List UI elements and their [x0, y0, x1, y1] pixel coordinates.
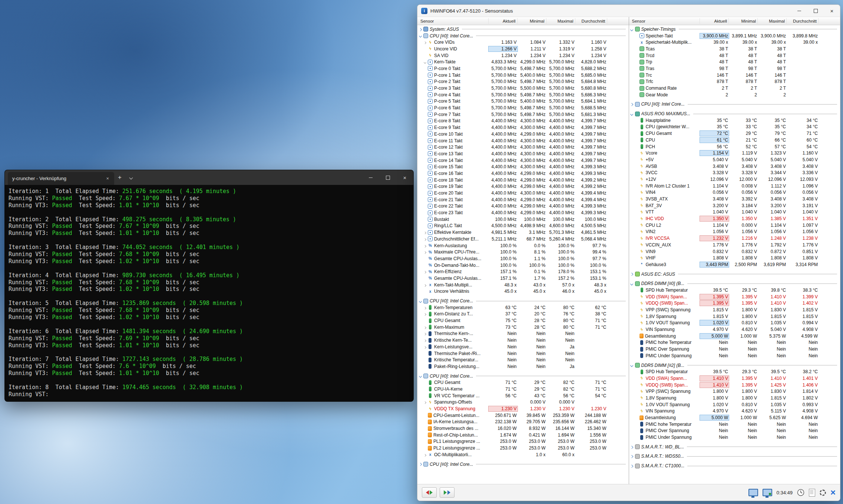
chevron-right-icon[interactable] [423, 238, 426, 241]
sensor-row[interactable]: ϟVPP (SWC) Spannung1.800 V1.800 V1.830 V… [629, 388, 840, 395]
sensor-row[interactable]: Kern-Takte4,833.3 MHz4,299.0 MHz5,700.0 … [417, 59, 629, 65]
sensor-section-row[interactable]: CPU [#0]: Intel Core... [629, 101, 840, 108]
sensor-row[interactable]: ϟ1,8V Spannung1.800 V1.800 V1.815 V1.802… [629, 395, 840, 401]
chevron-right-icon[interactable] [423, 307, 426, 309]
column-current[interactable]: Aktuell [489, 18, 518, 24]
column-sensor[interactable]: Sensor [417, 18, 489, 24]
chevron-down-icon[interactable] [630, 282, 634, 286]
sensor-row[interactable]: CPU61 °C21 °C66 °C60 °C [629, 137, 840, 143]
sensor-row[interactable]: E-core 21 Takt4,400.0 MHz4,299.0 MHz4,40… [417, 196, 629, 203]
sensor-row[interactable]: ϟVIN Spannung4.970 V4.620 V5.040 V4.908 … [629, 326, 840, 333]
sensor-row[interactable]: %Gesamte CPU-Auslas...157.1 %1.7 %157.2 … [417, 275, 629, 282]
sensor-row[interactable]: ϟVDDQ (SWB) Span...1.395 V1.395 V1.410 V… [629, 300, 840, 307]
sensor-row[interactable]: E-core 8 Takt4,400.0 MHz4,300.0 MHz4,400… [417, 118, 629, 125]
sensor-row[interactable]: ϟ3VCC3.328 V3.328 V3.344 V3.336 V [629, 169, 840, 176]
sensor-row[interactable]: ϟIHC VDD1.350 V1.350 V1.385 V1.351 V [629, 215, 840, 222]
close-sensors-icon[interactable]: × [830, 488, 836, 497]
sensor-row[interactable]: ϟVDD (SWA) Spann...1.395 V1.395 V1.410 V… [629, 294, 840, 300]
sensor-row[interactable]: PMIC Over SpannungNeinNeinNeinNein [629, 346, 840, 352]
column-current[interactable]: Aktuell [700, 18, 729, 24]
sensor-section-row[interactable]: DDR5 DIMM [#2] (B... [629, 362, 840, 369]
hwinfo-titlebar[interactable]: i HWiNFO64 v7.47-5120 - Sensorstatus × [417, 5, 840, 17]
sensor-row[interactable]: ϟVIN90.832 V0.832 V0.872 V0.851 V [629, 248, 840, 255]
sensor-row[interactable]: SPD Hub Temperatur39.5 °C29.3 °C39.5 °C3… [629, 368, 840, 375]
sensor-row[interactable]: xOC-Multiplikatorli...1.0 x60.0 x [417, 451, 629, 458]
sensor-section-row[interactable]: ASUS ROG MAXIMUS... [629, 110, 840, 117]
chevron-right-icon[interactable] [423, 401, 426, 404]
sensor-row[interactable]: ϟVDD (SWA) Spann...1.410 V1.395 V1.410 V… [629, 375, 840, 382]
sensor-row[interactable]: %On-Demand-Takt-Mo...100.0 %100.0 %100.0… [417, 262, 629, 269]
sensor-row[interactable]: ϟSA VID1.234 V1.234 V1.234 V1.234 V [417, 52, 629, 59]
sensor-row[interactable]: ϟAVSB3.408 V3.408 V3.408 V3.408 V [629, 163, 840, 170]
sensor-row[interactable]: PMIC Under SpannungNeinNeinNeinNein [629, 434, 840, 441]
settings-gear-icon[interactable] [820, 490, 826, 496]
sensor-row[interactable]: E-core 16 Takt4,400.0 MHz4,299.0 MHz4,40… [417, 170, 629, 177]
sensor-row[interactable]: CPU Gesamt75 °C28 °C80 °C71 °C [417, 317, 629, 324]
column-sensor[interactable]: Sensor [629, 18, 700, 24]
sensor-row[interactable]: ϟVcore1.154 V1.119 V1.323 V1.160 V [629, 150, 840, 156]
sensor-row[interactable]: E-core 23 Takt4,400.0 MHz4,299.0 MHz4,40… [417, 209, 629, 216]
sensor-section-row[interactable]: CPU [#0]: Intel Core... [417, 33, 629, 39]
sensor-section-row[interactable]: DDR5 DIMM [#0] (B... [629, 280, 840, 287]
sensor-row[interactable]: CPU (gewichteter W...35 °C33 °C35 °C34 °… [629, 124, 840, 130]
sensor-row[interactable]: CPU Gesamt71 °C29 °C82 °C71 °C [417, 379, 629, 386]
column-average[interactable]: Durchschnitt [787, 18, 819, 24]
chevron-right-icon[interactable] [423, 454, 426, 457]
chevron-right-icon[interactable] [423, 284, 426, 287]
sensor-row[interactable]: E-core 12 Takt4,400.0 MHz4,300.0 MHz4,40… [417, 144, 629, 150]
sensor-row[interactable]: ϟVCCIN_AUX1.776 V1.776 V1.792 V1.776 V [629, 242, 840, 248]
sensor-row[interactable]: ϟCPU L21.104 V0.000 V1.104 V1.097 V [629, 222, 840, 229]
sensor-row[interactable]: ϟVIN40.056 V0.056 V0.056 V0.056 V [629, 189, 840, 196]
sensor-row[interactable]: PL2 Leistungsgrenze ...253.0 W253.0 W253… [417, 445, 629, 451]
sensor-row[interactable]: ϟCore VIDs1.163 V1.084 V1.332 V1.160 V [417, 39, 629, 46]
move-value-right-button[interactable] [440, 487, 454, 498]
chevron-right-icon[interactable] [423, 339, 426, 342]
clock-icon[interactable] [797, 489, 804, 496]
sensor-row[interactable]: Gesamtleistung5.000 W1.000 W5.625 W4.694… [629, 414, 840, 421]
sensor-row[interactable]: PMIC hohe TemperaturNeinNeinNeinNein [629, 339, 840, 346]
sensor-row[interactable]: Kern-Temperaturen63 °C24 °C80 °C62 °C [417, 304, 629, 311]
hwinfo-close-button[interactable]: × [824, 5, 840, 17]
sensor-row[interactable]: ϟ1.0V VOUT Spannung1.020 V0.810 V1.035 V… [629, 401, 840, 408]
sensor-row[interactable]: Trp48 T48 T48 T [629, 59, 840, 65]
sensor-row[interactable]: Command Rate2 T2 T2 T [629, 85, 840, 92]
terminal-content[interactable]: Iteration: 1 Total Elapsed Time: 251.676… [5, 185, 413, 401]
chevron-right-icon[interactable] [630, 445, 634, 449]
chevron-right-icon[interactable] [423, 313, 426, 316]
sensor-section-row[interactable]: S.M.A.R.T.: WDS50... [629, 453, 840, 460]
sensor-section-row[interactable]: System: ASUS [417, 26, 629, 33]
column-minimum[interactable]: Minimal [729, 18, 758, 24]
column-maximum[interactable]: Maximal [546, 18, 575, 24]
sensor-row[interactable]: P-core 4 Takt5,700.0 MHz5,498.7 MHz5,700… [417, 92, 629, 98]
chevron-down-icon[interactable] [419, 300, 422, 303]
sensor-row[interactable]: ϟ+5V5.040 V5.040 V5.040 V5.040 V [629, 156, 840, 163]
sensor-row[interactable]: xSpeichertakt-Multiplik...39.00 x39.00 x… [629, 39, 840, 46]
chevron-down-icon[interactable] [630, 28, 634, 31]
sensor-row[interactable]: P-core 5 Takt5,700.0 MHz5,400.0 MHz5,700… [417, 98, 629, 105]
sensor-section-row[interactable]: CPU [#0]: Intel Core... [417, 298, 629, 304]
sensor-row[interactable]: PCH56 °C52 °C57 °C54 °C [629, 143, 840, 150]
sensor-row[interactable]: E-core 20 Takt4,400.0 MHz4,300.0 MHz4,40… [417, 190, 629, 196]
sensor-row[interactable]: ϟ1,8V Spannung1.815 V1.800 V1.815 V1.815… [629, 313, 840, 320]
sensor-row[interactable]: ϟUncore VID1.266 V1.211 V1.319 V1.258 V [417, 46, 629, 52]
sensor-row[interactable]: ϟBAT_3V3.200 V3.184 V3.200 V3.191 V [629, 202, 840, 209]
sensor-row[interactable]: PMIC Under SpannungNeinNeinNeinNein [629, 352, 840, 359]
sensor-row[interactable]: %Maximale CPU-/Thre...100.0 %8.1 %100.0 … [417, 249, 629, 255]
sensor-row[interactable]: Ring/LLC Takt4,500.0 MHz4,498.9 MHz4,600… [417, 223, 629, 229]
sensor-row[interactable]: xKern-Takt-Multipli...48.3 x43.0 x57.0 x… [417, 282, 629, 288]
sensor-row[interactable]: E-core 11 Takt4,400.0 MHz4,300.0 MHz4,40… [417, 137, 629, 144]
chevron-right-icon[interactable] [423, 251, 426, 254]
sensor-row[interactable]: *Gehäuse33,443 RPM2,500 RPM3,619 RPM3,31… [629, 261, 840, 268]
sensor-row[interactable]: E-core 22 Takt4,400.0 MHz4,299.0 MHz4,40… [417, 203, 629, 210]
sensor-row[interactable]: E-core 18 Takt4,400.0 MHz4,299.0 MHz4,40… [417, 177, 629, 183]
column-maximum[interactable]: Maximal [758, 18, 787, 24]
sensor-row[interactable]: ϟ+12V12.096 V12.000 V12.096 V12.093 V [629, 176, 840, 183]
sensor-row[interactable]: PMIC Over SpannungNeinNeinNeinNein [629, 428, 840, 434]
sensor-row[interactable]: ϟIVR Atom L2 Cluster 11.104 V0.008 V1.11… [629, 183, 840, 189]
chevron-right-icon[interactable] [423, 333, 426, 335]
sensor-row[interactable]: E-core 13 Takt4,400.0 MHz4,300.0 MHz4,40… [417, 150, 629, 157]
sensor-row[interactable]: Bustakt100.0 MHz100.0 MHz100.0 MHz100.0 … [417, 216, 629, 223]
sensor-row[interactable]: SPD Hub Temperatur39.5 °C29.3 °C39.8 °C3… [629, 287, 840, 294]
sensor-row[interactable]: VR VCC Temperatur ...56 °C43 °C56 °C54 °… [417, 392, 629, 399]
chevron-right-icon[interactable] [419, 28, 422, 31]
